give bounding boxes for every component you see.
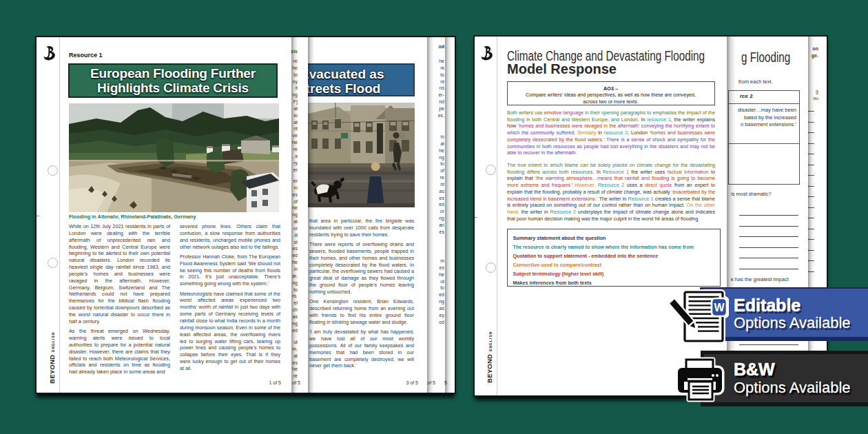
svg-text:W: W bbox=[714, 302, 725, 313]
